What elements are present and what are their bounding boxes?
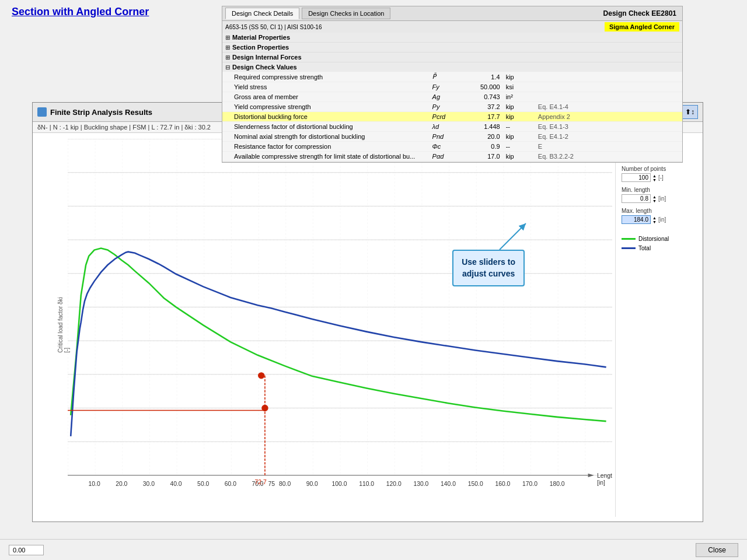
min-length-unit: [in] (658, 195, 666, 202)
dc-table-row-2: Gross area of member Ag 0.743 in² (222, 92, 682, 102)
legend-green-line (622, 238, 636, 240)
svg-text:40.0: 40.0 (170, 481, 181, 487)
dc-table-row-6: Nominal axial strength for distortional … (222, 132, 682, 142)
svg-text:120.0: 120.0 (386, 481, 402, 487)
svg-text:10.0: 10.0 (89, 481, 100, 487)
svg-text:60.0: 60.0 (225, 481, 236, 487)
svg-text:Length L: Length L (597, 473, 612, 479)
num-points-unit: [-] (658, 174, 664, 181)
svg-text:[in]: [in] (597, 480, 605, 486)
chart-window: Finite Strip Analysis Results ↕ 🖨 ↺ ⬆↕ ✕… (32, 102, 703, 522)
coord-display: 0.00 (9, 545, 44, 555)
section-badge: Sigma Angled Corner (605, 22, 679, 32)
svg-text:140.0: 140.0 (441, 481, 456, 487)
svg-text:150.0: 150.0 (468, 481, 483, 487)
expand-icon4: ⊟ (225, 64, 230, 71)
dc-table-row-3: Yield compressive strength Py 37.2 kip E… (222, 102, 682, 112)
max-length-unit: [in] (658, 216, 666, 223)
y-axis-label: Critical load factor δki[-] (57, 297, 70, 353)
min-length-spinner[interactable]: ▲▼ (652, 195, 657, 203)
min-length-label: Min. length (622, 187, 697, 193)
expand-icon3: ⊞ (225, 54, 230, 61)
expand-icon2: ⊞ (225, 44, 230, 51)
dc-table-row-0: Required compressive strength P̄ 1.4 kip (222, 72, 682, 82)
footer: 0.00 Close (0, 539, 747, 560)
svg-text:100.0: 100.0 (331, 481, 347, 487)
chart-icon (37, 107, 47, 117)
legend-distorsional: Distorsional (622, 236, 697, 242)
legend-total-label: Total (638, 245, 651, 251)
svg-text:160.0: 160.0 (495, 481, 510, 487)
min-length-input[interactable] (622, 194, 651, 203)
section-check-values[interactable]: ⊟ Design Check Values (222, 62, 682, 72)
section-internal-forces[interactable]: ⊞ Design Internal Forces (222, 52, 682, 62)
chart-svg: 100.0 90.0 80.0 70.0 60.0 50.0 40.0 30.0… (68, 139, 612, 499)
svg-text:30.0: 30.0 (143, 481, 155, 487)
svg-text:180.0: 180.0 (550, 481, 565, 487)
svg-text:170.0: 170.0 (522, 481, 537, 487)
dc-table-row-7: Resistance factor for compression Φc 0.9… (222, 142, 682, 152)
chart-area[interactable]: Critical load factor δki[-] (33, 133, 615, 517)
dc-table-row-5: Slenderness factor of distortional buckl… (222, 122, 682, 132)
svg-text:50.0: 50.0 (197, 481, 209, 487)
legend-distorsional-label: Distorsional (638, 236, 669, 242)
tab-design-check-details[interactable]: Design Check Details (225, 8, 299, 19)
callout-arrow-svg (494, 220, 529, 256)
expand-icon: ⊞ (225, 34, 230, 41)
svg-text:72.7: 72.7 (255, 479, 267, 485)
legend-total: Total (622, 245, 697, 251)
close-main-btn[interactable]: Close (696, 543, 738, 557)
toolbar-slider-btn[interactable]: ⬆↕ (682, 105, 698, 119)
num-points-label: Number of points (622, 166, 697, 172)
num-points-input[interactable] (622, 173, 651, 182)
dc-table-row-1: Yield stress Fy 50.000 ksi (222, 82, 682, 92)
tab-design-checks-location[interactable]: Design Checks in Location (302, 8, 390, 19)
design-check-panel: Design Check Details Design Checks in Lo… (222, 6, 683, 163)
dc-table-row-8: Available compressive strength for limit… (222, 152, 682, 162)
chart-title: Finite Strip Analysis Results (50, 108, 152, 117)
num-points-spinner[interactable]: ▲▼ (652, 174, 657, 182)
svg-text:75: 75 (268, 481, 275, 487)
svg-text:110.0: 110.0 (359, 481, 374, 487)
max-length-input[interactable] (622, 215, 651, 224)
legend-blue-line (622, 247, 636, 249)
max-length-label: Max. length (622, 208, 697, 214)
dc-table-row-4: Distortional buckling force Pcrd 17.7 ki… (222, 112, 682, 122)
material-info: A653-15 (SS 50, CI 1) | AISI S100-16 (225, 24, 322, 30)
svg-text:130.0: 130.0 (413, 481, 428, 487)
svg-text:80.0: 80.0 (279, 481, 291, 487)
check-id: Design Check EE2801 (603, 9, 676, 18)
section-title[interactable]: Section with Angled Corner (12, 6, 149, 18)
max-length-spinner[interactable]: ▲▼ (652, 216, 657, 224)
design-check-table: Required compressive strength P̄ 1.4 kip… (222, 72, 682, 162)
svg-text:20.0: 20.0 (116, 481, 127, 487)
section-material-properties[interactable]: ⊞ Material Properties (222, 33, 682, 42)
chart-sidebar: Points distribution Quadratic Linear ▼ N… (615, 133, 703, 517)
svg-point-45 (259, 373, 264, 379)
svg-text:90.0: 90.0 (306, 481, 318, 487)
section-section-properties[interactable]: ⊞ Section Properties (222, 43, 682, 52)
